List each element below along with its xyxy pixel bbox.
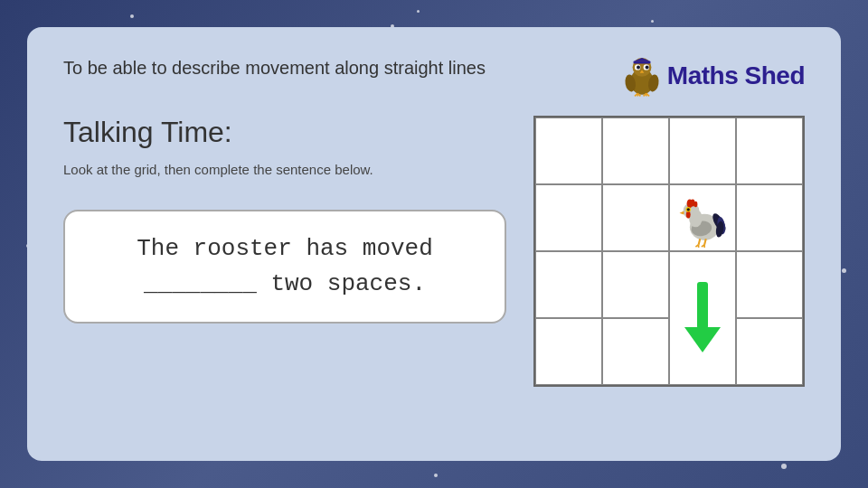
grid-cell-r1c4 xyxy=(736,117,803,184)
grid-cell-r1c2 xyxy=(602,117,669,184)
grid-cell-r4c2 xyxy=(602,318,669,385)
grid-cell-r3c4 xyxy=(736,251,803,318)
grid-cell-r3c3 xyxy=(669,251,736,385)
logo-text: Maths Shed xyxy=(667,61,805,90)
sentence-line1: The rooster has moved xyxy=(90,231,479,267)
star-decoration xyxy=(842,268,846,273)
grid-cell-r3c2 xyxy=(602,251,669,318)
svg-point-26 xyxy=(693,201,697,207)
grid-cell-r1c3 xyxy=(669,117,736,184)
star-decoration xyxy=(651,20,654,23)
star-decoration xyxy=(130,14,134,18)
instruction-text: Look at the grid, then complete the sent… xyxy=(63,160,506,181)
grid-cell-r4c1 xyxy=(535,318,602,385)
talking-time-heading: Talking Time: xyxy=(63,116,506,149)
svg-line-31 xyxy=(698,239,700,245)
svg-rect-2 xyxy=(633,61,650,63)
sentence-box: The rooster has moved ________ two space… xyxy=(63,210,506,324)
grid-container xyxy=(533,116,805,387)
star-decoration xyxy=(417,10,420,13)
svg-point-6 xyxy=(637,65,640,69)
grid-cell-r2c2 xyxy=(602,184,669,251)
logo-area: Maths Shed xyxy=(620,54,805,98)
objective-text: To be able to describe movement along st… xyxy=(63,58,486,79)
content-area: Talking Time: Look at the grid, then com… xyxy=(63,116,805,387)
grid-cell-r1c1 xyxy=(535,117,602,184)
sentence-line2: ________ two spaces. xyxy=(90,267,479,302)
star-decoration xyxy=(434,474,438,477)
rooster-icon xyxy=(674,189,732,248)
grid-cell-r2c4 xyxy=(736,184,803,251)
svg-point-7 xyxy=(645,65,648,69)
svg-marker-38 xyxy=(684,327,721,352)
grid-cell-r3c1 xyxy=(535,251,602,318)
header-row: To be able to describe movement along st… xyxy=(63,54,805,98)
maths-shed-logo-icon xyxy=(620,54,664,98)
down-arrow-icon xyxy=(684,282,721,354)
grid-cell-r4c4 xyxy=(736,318,803,385)
svg-marker-3 xyxy=(635,58,649,61)
main-card: To be able to describe movement along st… xyxy=(27,27,841,461)
grid-cell-r2c3 xyxy=(669,184,736,251)
grid-cell-r2c1 xyxy=(535,184,602,251)
right-panel xyxy=(533,116,805,387)
svg-marker-30 xyxy=(679,211,684,214)
svg-rect-37 xyxy=(697,282,708,329)
left-panel: Talking Time: Look at the grid, then com… xyxy=(63,116,506,387)
svg-point-29 xyxy=(686,208,689,211)
star-decoration xyxy=(781,464,787,469)
